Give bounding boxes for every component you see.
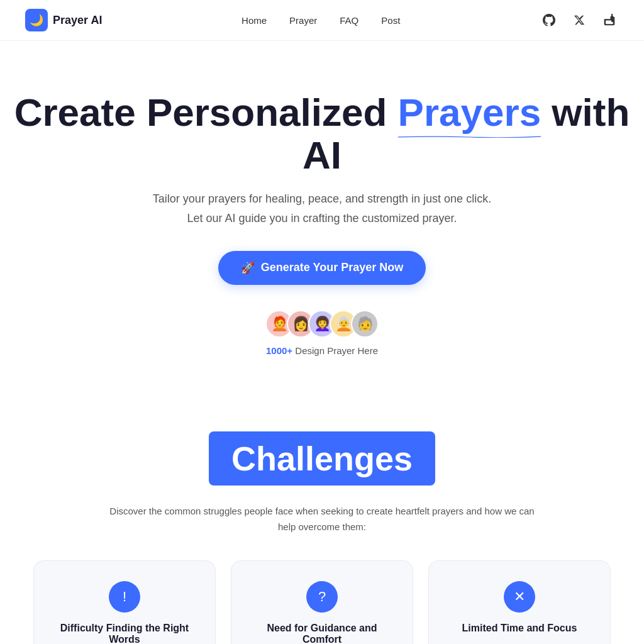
headline-part1: Create Personalized xyxy=(14,91,398,134)
logo[interactable]: 🌙 Prayer AI xyxy=(25,9,102,31)
hero-subtext: Tailor your prayers for healing, peace, … xyxy=(13,189,631,228)
cta-label: Generate Your Prayer Now xyxy=(261,261,403,274)
hero-headline: Create Personalized Prayers with AI xyxy=(13,91,631,177)
challenges-title-block: Challenges xyxy=(25,431,619,503)
nav-post[interactable]: Post xyxy=(381,15,400,26)
nav-home[interactable]: Home xyxy=(242,15,267,26)
logo-icon: 🌙 xyxy=(25,9,48,31)
card-2-title: Need for Guidance and Comfort xyxy=(247,623,397,644)
challenge-card-1: ! Difficulty Finding the Right Words Whe… xyxy=(33,560,216,644)
github-icon[interactable] xyxy=(540,11,558,30)
card-1-title: Difficulty Finding the Right Words xyxy=(49,623,200,644)
challenge-cards: ! Difficulty Finding the Right Words Whe… xyxy=(25,560,619,644)
generate-prayer-button[interactable]: 🚀 Generate Your Prayer Now xyxy=(218,251,426,285)
cross-icon: ✕ xyxy=(504,581,535,613)
nav-icon-group xyxy=(540,11,619,30)
x-icon[interactable] xyxy=(570,11,589,30)
social-proof-label: Design Prayer Here xyxy=(292,345,378,356)
avatar-row: 🧑‍🦰 👩 👩‍🦱 🧑‍🦳 🧓 xyxy=(265,310,379,338)
card-3-title: Limited Time and Focus xyxy=(444,623,595,634)
headline-highlight: Prayers xyxy=(398,91,541,134)
hero-subtext-line2: Let our AI guide you in crafting the cus… xyxy=(187,212,457,225)
social-proof: 1000+ Design Prayer Here xyxy=(13,345,631,356)
nav-prayer[interactable]: Prayer xyxy=(289,15,317,26)
hero-subtext-line1: Tailor your prayers for healing, peace, … xyxy=(153,192,491,205)
challenge-card-3: ✕ Limited Time and Focus Life's demands … xyxy=(428,560,611,644)
nav-links: Home Prayer FAQ Post xyxy=(242,15,400,26)
navbar: 🌙 Prayer AI Home Prayer FAQ Post xyxy=(0,0,644,41)
question-icon: ? xyxy=(306,581,338,613)
challenges-description: Discover the common struggles people fac… xyxy=(102,503,542,535)
avatar-group: 🧑‍🦰 👩 👩‍🦱 🧑‍🦳 🧓 xyxy=(13,310,631,338)
challenges-title: Challenges xyxy=(209,431,435,486)
exclamation-icon: ! xyxy=(109,581,140,613)
challenge-card-2: ? Need for Guidance and Comfort Sometime… xyxy=(231,560,413,644)
social-proof-count: 1000+ xyxy=(266,345,292,356)
cta-icon: 🚀 xyxy=(241,261,255,275)
card-3-text: Life's demands can make it hard to xyxy=(444,641,595,644)
hero-section: Create Personalized Prayers with AI Tail… xyxy=(0,41,644,394)
logo-text: Prayer AI xyxy=(53,14,102,27)
buymeacoffee-icon[interactable] xyxy=(600,11,619,30)
avatar-5: 🧓 xyxy=(351,310,379,338)
challenges-section: Challenges Discover the common struggles… xyxy=(0,394,644,644)
nav-faq[interactable]: FAQ xyxy=(340,15,358,26)
